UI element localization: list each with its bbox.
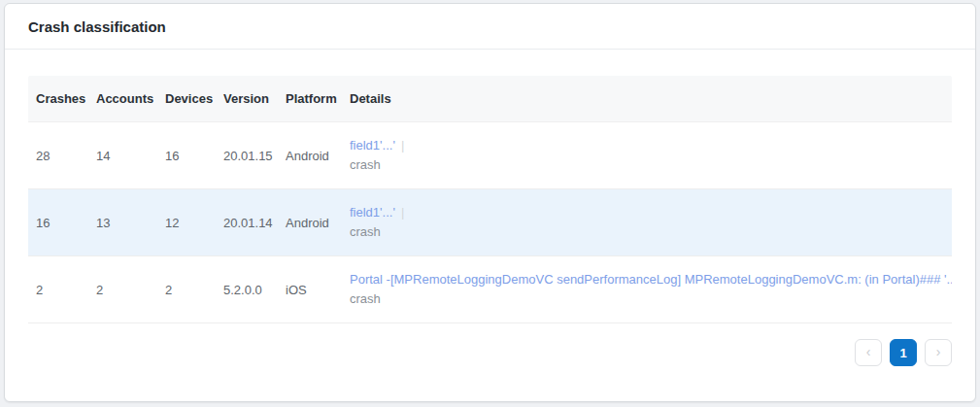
crash-detail-link[interactable]: field1'...' bbox=[350, 138, 395, 153]
crash-type-label: crash bbox=[350, 222, 944, 242]
table-row[interactable]: 2 2 2 5.2.0.0 iOS Portal -[MPRemoteLoggi… bbox=[28, 256, 952, 323]
column-header-platform: Platform bbox=[278, 76, 342, 122]
table-row[interactable]: 16 13 12 20.01.14 Android field1'...'| c… bbox=[28, 189, 952, 256]
column-header-accounts: Accounts bbox=[88, 76, 157, 122]
chevron-left-icon: ‹ bbox=[866, 344, 871, 359]
chevron-right-icon: › bbox=[936, 344, 941, 359]
crashes-cell: 2 bbox=[28, 256, 88, 323]
crash-detail-link[interactable]: Portal -[MPRemoteLoggingDemoVC sendPerfo… bbox=[350, 272, 952, 287]
crash-type-label: crash bbox=[350, 155, 944, 175]
column-header-crashes: Crashes bbox=[28, 76, 88, 122]
column-header-devices: Devices bbox=[157, 76, 216, 122]
detail-separator: | bbox=[401, 138, 404, 153]
accounts-cell: 13 bbox=[88, 189, 157, 256]
version-cell: 20.01.15 bbox=[216, 122, 278, 189]
details-cell: field1'...'| crash bbox=[342, 122, 952, 189]
card-body: Crashes Accounts Devices Version Platfor… bbox=[5, 50, 975, 403]
devices-cell: 12 bbox=[157, 189, 216, 256]
crash-type-label: crash bbox=[350, 289, 944, 309]
card-title: Crash classification bbox=[28, 18, 166, 35]
version-cell: 5.2.0.0 bbox=[216, 256, 278, 323]
pagination-prev-button[interactable]: ‹ bbox=[855, 339, 882, 366]
devices-cell: 16 bbox=[157, 122, 216, 189]
pagination-next-button[interactable]: › bbox=[925, 339, 952, 366]
crashes-cell: 28 bbox=[28, 122, 88, 189]
table-row[interactable]: 28 14 16 20.01.15 Android field1'...'| c… bbox=[28, 122, 952, 189]
column-header-version: Version bbox=[216, 76, 278, 122]
platform-cell: Android bbox=[278, 122, 342, 189]
accounts-cell: 14 bbox=[88, 122, 157, 189]
column-header-details: Details bbox=[342, 76, 952, 122]
crash-classification-card: Crash classification Crashes Accounts De… bbox=[4, 3, 976, 402]
accounts-cell: 2 bbox=[88, 256, 157, 323]
pagination-page-1-button[interactable]: 1 bbox=[890, 339, 917, 366]
details-cell: field1'...'| crash bbox=[342, 189, 952, 256]
version-cell: 20.01.14 bbox=[216, 189, 278, 256]
pagination: ‹ 1 › bbox=[28, 339, 952, 403]
crash-table: Crashes Accounts Devices Version Platfor… bbox=[28, 76, 952, 323]
devices-cell: 2 bbox=[157, 256, 216, 323]
crash-detail-link[interactable]: field1'...' bbox=[350, 205, 395, 220]
card-header: Crash classification bbox=[5, 4, 975, 50]
platform-cell: iOS bbox=[278, 256, 342, 323]
detail-separator: | bbox=[401, 205, 404, 220]
crashes-cell: 16 bbox=[28, 189, 88, 256]
details-cell: Portal -[MPRemoteLoggingDemoVC sendPerfo… bbox=[342, 256, 952, 323]
table-header: Crashes Accounts Devices Version Platfor… bbox=[28, 76, 952, 122]
platform-cell: Android bbox=[278, 189, 342, 256]
